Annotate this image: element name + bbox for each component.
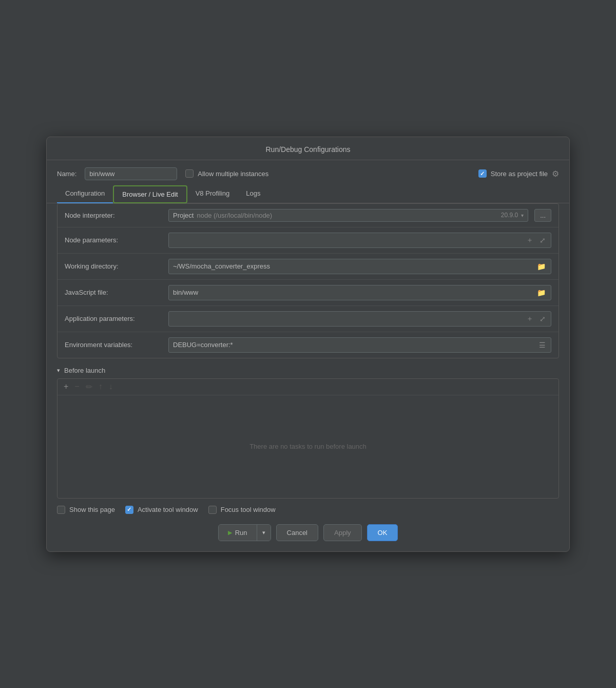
store-as-project-file-checkbox[interactable] <box>478 169 487 178</box>
before-launch-area: + − ✏ ↑ ↓ There are no tasks to run befo… <box>57 378 559 499</box>
javascript-file-label: JavaScript file: <box>65 289 162 296</box>
node-version: 20.9.0 <box>501 212 518 219</box>
node-interpreter-input[interactable]: Project node (/usr/local/bin/node) 20.9.… <box>168 209 528 222</box>
store-as-project-file-label: Store as project file <box>491 170 548 178</box>
javascript-file-folder-button[interactable]: 📁 <box>536 289 547 297</box>
node-interpreter-more-button[interactable]: ... <box>534 209 551 222</box>
environment-variables-label: Environment variables: <box>65 341 162 349</box>
node-parameters-field[interactable] <box>173 236 521 244</box>
environment-variables-row: Environment variables: ☰ <box>57 332 559 358</box>
working-directory-folder-button[interactable]: 📁 <box>536 262 547 271</box>
application-parameters-field[interactable] <box>173 315 521 322</box>
show-this-page-group: Show this page <box>57 506 115 514</box>
allow-multiple-instances-checkbox[interactable] <box>185 169 194 178</box>
node-parameters-label: Node parameters: <box>65 236 162 244</box>
run-button[interactable]: ▶ Run <box>219 525 257 541</box>
application-parameters-label: Application parameters: <box>65 315 162 322</box>
name-label: Name: <box>57 170 76 178</box>
tabs: Configuration Browser / Live Edit V8 Pro… <box>47 185 569 203</box>
run-button-wrap: ▶ Run ▾ <box>218 524 271 541</box>
show-this-page-checkbox[interactable] <box>57 506 65 514</box>
allow-multiple-instances-label: Allow multiple instances <box>198 170 268 178</box>
activate-tool-window-label: Activate tool window <box>138 506 198 513</box>
before-launch-add-button[interactable]: + <box>64 382 68 391</box>
application-parameters-input[interactable]: ＋ ⤢ <box>168 311 551 327</box>
before-launch-section: ▾ Before launch + − ✏ ↑ ↓ There are no t… <box>57 367 559 499</box>
store-as-project-file-group: Store as project file ⚙ <box>478 169 559 179</box>
node-parameters-add-button[interactable]: ＋ <box>525 236 534 245</box>
cancel-button[interactable]: Cancel <box>276 524 318 541</box>
name-input[interactable] <box>85 167 177 180</box>
tab-logs[interactable]: Logs <box>238 185 268 203</box>
focus-tool-window-group: Focus tool window <box>208 506 276 514</box>
dialog-title: Run/Debug Configurations <box>47 137 569 160</box>
javascript-file-field[interactable] <box>173 289 532 296</box>
javascript-file-input[interactable]: 📁 <box>168 285 551 300</box>
working-directory-input[interactable]: 📁 <box>168 259 551 274</box>
environment-variables-list-button[interactable]: ☰ <box>538 341 547 349</box>
node-interpreter-label: Node interpreter: <box>65 212 162 219</box>
node-parameters-row: Node parameters: ＋ ⤢ <box>57 227 559 254</box>
ok-button[interactable]: OK <box>367 524 398 541</box>
before-launch-edit-button[interactable]: ✏ <box>86 382 92 392</box>
gear-icon[interactable]: ⚙ <box>552 169 559 179</box>
top-bar: Name: Allow multiple instances Store as … <box>47 160 569 185</box>
bottom-buttons: ▶ Run ▾ Cancel Apply OK <box>47 514 569 541</box>
node-project-label: Project <box>173 212 194 219</box>
allow-multiple-instances-group: Allow multiple instances <box>185 169 268 178</box>
application-parameters-row: Application parameters: ＋ ⤢ <box>57 306 559 332</box>
before-launch-chevron[interactable]: ▾ <box>57 367 60 374</box>
before-launch-remove-button[interactable]: − <box>74 382 79 391</box>
show-this-page-label: Show this page <box>69 506 115 513</box>
activate-tool-window-checkbox[interactable] <box>125 506 133 514</box>
apply-button[interactable]: Apply <box>323 524 362 541</box>
run-debug-dialog: Run/Debug Configurations Name: Allow mul… <box>46 137 570 552</box>
application-parameters-add-button[interactable]: ＋ <box>525 314 534 323</box>
bottom-options: Show this page Activate tool window Focu… <box>47 499 569 514</box>
config-section: Node interpreter: Project node (/usr/loc… <box>57 203 559 358</box>
node-parameters-expand-button[interactable]: ⤢ <box>538 236 547 244</box>
environment-variables-input[interactable]: ☰ <box>168 337 551 353</box>
run-arrow-icon: ▶ <box>228 529 232 536</box>
working-directory-label: Working directory: <box>65 262 162 270</box>
application-parameters-expand-button[interactable]: ⤢ <box>538 315 547 323</box>
working-directory-field[interactable] <box>173 262 532 270</box>
before-launch-toolbar: + − ✏ ↑ ↓ <box>57 379 559 395</box>
focus-tool-window-checkbox[interactable] <box>208 506 217 514</box>
before-launch-move-down-button[interactable]: ↓ <box>109 382 113 391</box>
run-dropdown-button[interactable]: ▾ <box>257 525 271 541</box>
node-interpreter-row: Node interpreter: Project node (/usr/loc… <box>57 204 559 227</box>
tab-v8-profiling[interactable]: V8 Profiling <box>187 185 238 203</box>
node-parameters-input[interactable]: ＋ ⤢ <box>168 233 551 248</box>
before-launch-empty: There are no tasks to run before launch <box>57 395 559 498</box>
node-path: node (/usr/local/bin/node) <box>197 212 497 219</box>
tab-configuration[interactable]: Configuration <box>57 185 113 203</box>
before-launch-move-up-button[interactable]: ↑ <box>99 382 103 391</box>
chevron-down-icon[interactable]: ▾ <box>521 213 524 218</box>
before-launch-label: Before launch <box>64 367 105 374</box>
working-directory-row: Working directory: 📁 <box>57 254 559 280</box>
focus-tool-window-label: Focus tool window <box>221 506 276 513</box>
activate-tool-window-group: Activate tool window <box>125 506 198 514</box>
javascript-file-row: JavaScript file: 📁 <box>57 280 559 306</box>
before-launch-header: ▾ Before launch <box>57 367 559 374</box>
environment-variables-field[interactable] <box>173 341 534 349</box>
tab-browser-live-edit[interactable]: Browser / Live Edit <box>113 185 187 203</box>
